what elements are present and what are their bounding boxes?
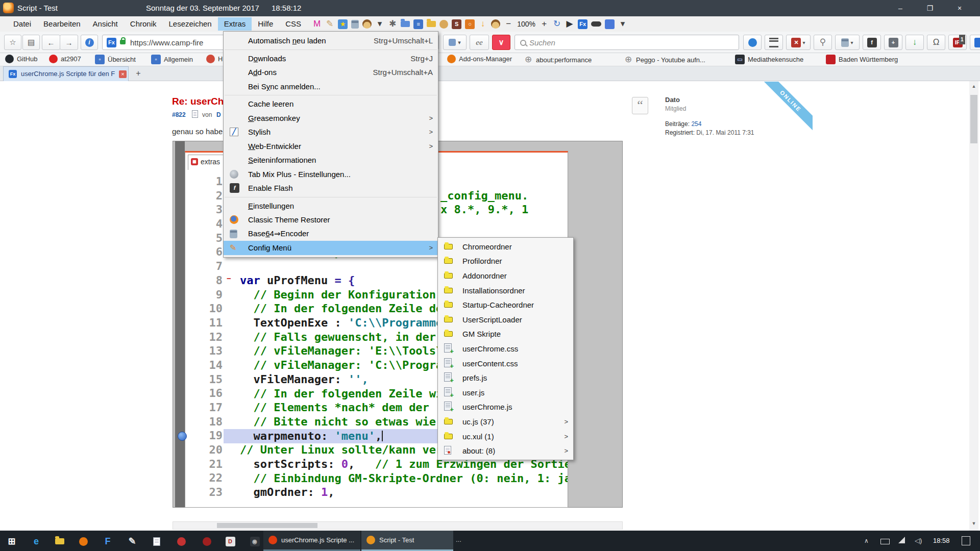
firefox-icon[interactable] [77,535,90,547]
forward-button[interactable]: → [60,35,78,50]
red-app-icon[interactable] [175,535,188,547]
menu-item-add-ons[interactable]: Add-onsStrg+Umschalt+A [224,65,438,80]
download-button[interactable]: ↓ [905,35,924,50]
start-button[interactable]: ⊞ [5,535,18,547]
restore-button[interactable]: ❐ [918,0,942,16]
magenta-m-icon[interactable]: M [312,19,322,29]
hscroll-thumb[interactable] [217,523,317,528]
bookmark-menu-button[interactable]: ▾ [443,35,467,50]
monkey2-icon[interactable] [491,19,500,29]
post-title[interactable]: Re: userCh [172,96,224,107]
submenu-item-startup-cacheordner[interactable]: Startup-Cacheordner [438,297,573,312]
tab-userchrome-scripte[interactable]: Fx userChrome.js Scripte für den F × [3,66,129,81]
jar-icon[interactable] [351,20,359,29]
submenu-item-prefs-js[interactable]: prefs.js [438,370,573,385]
magnifier-icon[interactable]: ○ [465,19,475,29]
add-square-button[interactable]: + [884,35,902,50]
menu-item-classic-theme-restorer[interactable]: Classic Theme Restorer [224,213,438,227]
puzzle-caret-icon[interactable]: ▾ [618,19,627,29]
taskbar-button-userchrome-js-scripte[interactable]: userChrome.js Scripte ... [263,531,360,551]
action-center-icon[interactable] [962,536,970,545]
menu-item-downloads[interactable]: DownloadsStrg+J [224,52,438,66]
menu-item-greasemonkey[interactable]: Greasemonkey> [224,111,438,126]
taskbar-overflow[interactable]: ... [456,536,461,543]
zoom-out-icon[interactable]: − [504,19,513,29]
menubar-item-lesezeichen[interactable]: Lesezeichen [162,17,217,31]
camera-icon[interactable]: ◉ [248,535,261,547]
hamburger-menu-button[interactable] [765,35,783,50]
menu-item-web-entwickler[interactable]: Web-Entwickler> [224,139,438,154]
author-name[interactable]: Dato [665,96,680,104]
tab-close-icon[interactable]: × [119,70,127,78]
quote-button[interactable]: “ [632,97,648,114]
cookie-icon[interactable] [439,20,448,29]
blue-folder-icon[interactable] [401,21,410,27]
blue-f-icon[interactable]: F [101,535,114,547]
submenu-item-userscriptloader[interactable]: UserScriptLoader [438,312,573,327]
horizontal-scrollbar[interactable] [173,521,623,530]
submenu-item-profilordner[interactable]: Profilordner [438,254,573,269]
stylish-s-icon[interactable]: S [452,19,461,29]
flash-button[interactable]: f [863,35,881,50]
vertical-scrollbar[interactable]: ▲ ▼ [969,81,978,531]
network-icon[interactable] [898,537,905,543]
bookmark-baden-w-rttemberg[interactable]: Baden Württemberg [826,55,898,64]
menu-item-automatisch-neu-laden[interactable]: Automatisch neu ladenStrg+Umschalt+L [224,34,438,48]
hidden-icons-button[interactable]: ∧ [864,537,869,544]
down-arrow-icon[interactable]: ↓ [478,19,487,29]
clipboard-button[interactable]: ▤ [22,35,40,50]
submenu-item-user-js[interactable]: user.js [438,385,573,400]
dropdown-caret-icon[interactable]: ▾ [375,19,384,29]
open-folder-icon[interactable] [427,21,436,27]
bookmark-peggo-youtube-aufn-[interactable]: ⊕Peggo - Youtube aufn... [624,55,705,65]
d-box-icon[interactable]: D [224,535,237,547]
calendar-star-icon[interactable]: ★ [338,19,348,29]
notepad-icon[interactable] [150,535,163,547]
search-field[interactable]: Suchen [514,35,739,50]
bookmark-github[interactable]: GitHub [5,55,37,63]
reload-all-icon[interactable]: ↻ [552,19,561,29]
menu-item-stylish[interactable]: ╱Stylish> [224,125,438,139]
edge-icon[interactable]: e [30,535,43,547]
ip-button[interactable]: IP1 [948,35,967,50]
menu-item-cache-leeren[interactable]: Cache leeren [224,97,438,111]
adblock-button[interactable]: ✕▾ [786,35,811,50]
post-author-link[interactable]: D [216,111,221,118]
menubar-item-bearbeiten[interactable]: Bearbeiten [37,17,87,31]
submenu-item-about-8[interactable]: about: (8)> [438,443,573,458]
bookmark-h[interactable]: H [206,55,223,63]
battery-icon[interactable] [880,539,890,544]
key-button[interactable]: ⚲ [814,35,832,50]
info-button[interactable]: i [81,35,98,50]
speaker-icon[interactable]: ◁) [915,537,922,544]
close-button[interactable]: × [947,0,972,16]
menu-item-bei-sync-anmelden[interactable]: Bei Sync anmelden... [224,80,438,94]
thunderbird-button[interactable] [743,35,762,50]
post-number-link[interactable]: #822 [172,111,186,118]
scroll-down-icon[interactable]: ▼ [969,521,978,526]
pocket-button[interactable]: ∨ [492,35,510,50]
red-dot-icon[interactable] [200,535,213,547]
greasemonkey-button[interactable]: ▾ [835,35,860,50]
minimize-button[interactable]: – [888,0,913,16]
mask-icon[interactable] [591,21,601,27]
zoom-in-icon[interactable]: + [540,19,549,29]
explorer-icon[interactable] [53,535,66,547]
menu-item-tab-mix-plus-einstellungen[interactable]: Tab Mix Plus - Einstellungen... [224,167,438,182]
taskbar-button-script-test[interactable]: Script - Test [361,531,453,551]
back-button[interactable]: ← [42,35,60,50]
menubar-item-datei[interactable]: Datei [7,17,37,31]
star-button[interactable]: ☆ [4,35,21,50]
bookmark--bersicht[interactable]: ▫Übersicht [95,55,136,64]
gear-icon[interactable]: ✱ [388,19,397,29]
puzzle-icon[interactable] [605,19,615,29]
submenu-item-userchrome-css[interactable]: userChrome.css [438,341,573,356]
fx-icon[interactable]: Fx [578,19,587,29]
menubar-item-hilfe[interactable]: Hilfe [252,17,279,31]
quill-icon[interactable]: ✎ [126,535,139,547]
menubar-item-css[interactable]: CSS [279,17,307,31]
bookmark-allgemein[interactable]: ▫Allgemein [151,55,193,64]
menu-item-einstellungen[interactable]: Einstellungen [224,199,438,213]
brush-icon[interactable]: ✎ [325,19,334,29]
bookmark-about-performance[interactable]: ⊕about:performance [524,55,592,65]
